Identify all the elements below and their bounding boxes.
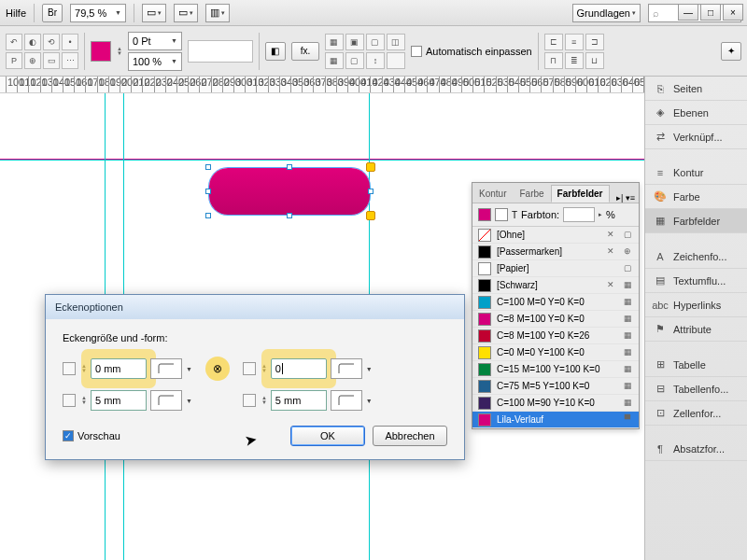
rail-item-tabellenfo[interactable]: ⊟Tabellenfo... bbox=[645, 377, 747, 401]
type-icon: ⊕ bbox=[622, 246, 633, 258]
rail-item-textumflu[interactable]: ▤Textumflu... bbox=[645, 269, 747, 293]
corner-br-toggle[interactable] bbox=[243, 394, 256, 407]
type-icon: ▦ bbox=[622, 314, 633, 325]
current-fill-icon[interactable] bbox=[478, 208, 491, 221]
opacity-field[interactable]: 100 %▼ bbox=[128, 52, 182, 71]
swatch-row[interactable]: [Ohne]✕▢ bbox=[472, 227, 639, 244]
swatch-row[interactable]: C=8 M=100 Y=0 K=26▦ bbox=[472, 328, 639, 344]
dialog-title: Eckenoptionen bbox=[46, 295, 464, 319]
align-grid[interactable]: ⊏≡⊐ ⊓≣⊔ bbox=[544, 34, 604, 69]
swatch-row[interactable]: C=100 M=90 Y=10 K=0▦ bbox=[472, 395, 639, 412]
rail-icon: ▤ bbox=[653, 273, 668, 288]
swatch-color-icon bbox=[478, 229, 491, 242]
rail-item-zeichenfo[interactable]: AZeichenfo... bbox=[645, 245, 747, 269]
panel-tab-farbfelder[interactable]: Farbfelder bbox=[551, 185, 610, 203]
type-icon: ▀ bbox=[622, 414, 633, 426]
swatch-color-icon bbox=[478, 380, 491, 393]
rail-item-farbe[interactable]: 🎨Farbe bbox=[645, 185, 747, 209]
rail-item-hyperlinks[interactable]: abcHyperlinks bbox=[645, 293, 747, 317]
rail-item-farbfelder[interactable]: ▦Farbfelder bbox=[645, 209, 747, 233]
current-stroke-icon[interactable] bbox=[495, 208, 508, 221]
rail-item-zellenfor[interactable]: ⊡Zellenfor... bbox=[645, 401, 747, 426]
rail-icon: abc bbox=[653, 298, 668, 313]
horizontal-ruler: 1001101201301401501601701801902002102202… bbox=[0, 77, 747, 93]
corner-bl-field[interactable]: 5 mm bbox=[91, 390, 147, 411]
tint-label: Farbton: bbox=[521, 209, 559, 220]
tint-field[interactable] bbox=[563, 207, 595, 222]
swatch-row[interactable]: [Schwarz]✕▦ bbox=[472, 277, 639, 294]
fx-button[interactable]: fx. bbox=[291, 42, 319, 61]
rail-item-verknpf[interactable]: ⇄Verknüpf... bbox=[645, 125, 747, 149]
quick-apply-icon[interactable]: ✦ bbox=[721, 42, 741, 61]
window-close[interactable]: × bbox=[723, 4, 743, 21]
view-options-3[interactable]: ▥▾ bbox=[205, 4, 230, 22]
swatch-row[interactable]: C=8 M=100 Y=0 K=0▦ bbox=[472, 311, 639, 328]
corner-tl-field[interactable]: 0 mm bbox=[91, 358, 147, 379]
rail-item-kontur[interactable]: ≡Kontur bbox=[645, 161, 747, 185]
panel-tab-kontur[interactable]: Kontur bbox=[472, 185, 513, 203]
corner-bl-shape[interactable] bbox=[150, 390, 182, 411]
auto-fit-checkbox[interactable]: Automatisch einpassen bbox=[411, 46, 532, 57]
cancel-button[interactable]: Abbrechen bbox=[373, 426, 447, 446]
stroke-weight-field[interactable]: 0 Pt▼ bbox=[128, 32, 182, 50]
corner-tl-toggle[interactable] bbox=[63, 362, 76, 375]
swatch-row[interactable]: C=15 M=100 Y=100 K=0▦ bbox=[472, 361, 639, 378]
corner-tr-field[interactable]: 0 bbox=[271, 358, 327, 379]
type-icon: ▢ bbox=[622, 230, 633, 241]
swatch-color-icon bbox=[478, 346, 491, 359]
selected-rectangle[interactable] bbox=[209, 168, 370, 215]
rail-item-absatzfor[interactable]: ¶Absatzfor... bbox=[645, 437, 747, 461]
type-icon: ▦ bbox=[622, 381, 633, 392]
zoom-field[interactable]: 79,5 %▼ bbox=[70, 4, 126, 22]
swatch-row[interactable]: C=0 M=0 Y=100 K=0▦ bbox=[472, 344, 639, 361]
rail-item-tabelle[interactable]: ⊞Tabelle bbox=[645, 353, 747, 377]
swatch-row[interactable]: C=75 M=5 Y=100 K=0▦ bbox=[472, 378, 639, 395]
panel-tab-farbe[interactable]: Farbe bbox=[513, 185, 550, 203]
corner-br-shape[interactable] bbox=[331, 390, 362, 411]
swatch-color-icon bbox=[478, 296, 491, 309]
rail-item-ebenen[interactable]: ◈Ebenen bbox=[645, 101, 747, 125]
search-icon: ⌕ bbox=[653, 7, 659, 19]
link-corners-icon[interactable]: ⊗ bbox=[205, 357, 230, 381]
rail-icon: ◈ bbox=[653, 105, 668, 120]
lock-icon: ✕ bbox=[605, 280, 616, 291]
corner-tr-shape[interactable] bbox=[331, 358, 362, 379]
swatch-color-icon bbox=[478, 313, 491, 326]
rail-icon: 🎨 bbox=[653, 189, 668, 204]
transform-ref-grid[interactable]: ↶◐⟲• P⊕▭⋯ bbox=[6, 34, 78, 69]
rail-icon: ▦ bbox=[653, 214, 668, 229]
window-maximize[interactable]: □ bbox=[700, 4, 721, 21]
corner-tr-toggle[interactable] bbox=[243, 362, 256, 375]
panel-rail: ⎘Seiten◈Ebenen⇄Verknüpf...≡Kontur🎨Farbe▦… bbox=[644, 77, 747, 560]
fill-swatch[interactable] bbox=[91, 41, 111, 62]
rail-item-attribute[interactable]: ⚑Attribute bbox=[645, 317, 747, 342]
swatch-row[interactable]: C=100 M=0 Y=0 K=0▦ bbox=[472, 294, 639, 311]
corner-tl-shape[interactable] bbox=[150, 358, 182, 379]
ok-button[interactable]: OK bbox=[290, 426, 365, 446]
swatch-row[interactable]: [Passermarken]✕⊕ bbox=[472, 244, 639, 260]
rail-icon: ⊞ bbox=[653, 357, 668, 372]
frame-fit-grid[interactable]: ▦▣▢◫ ▦▢↕ bbox=[325, 34, 405, 69]
rail-item-seiten[interactable]: ⎘Seiten bbox=[645, 77, 747, 101]
stroke-style-dropdown[interactable] bbox=[188, 40, 253, 63]
preview-checkbox[interactable]: ✓ Vorschau bbox=[63, 430, 120, 441]
menu-help[interactable]: Hilfe bbox=[6, 7, 26, 19]
window-minimize[interactable]: — bbox=[678, 4, 698, 21]
workspace-switcher[interactable]: Grundlagen ▾ bbox=[572, 4, 641, 22]
type-icon: ▦ bbox=[622, 297, 633, 308]
corner-br-field[interactable]: 5 mm bbox=[271, 390, 327, 411]
type-icon: ▦ bbox=[622, 347, 633, 358]
swatch-row[interactable]: [Papier]▢ bbox=[472, 260, 639, 277]
corner-options-icon[interactable]: ◧ bbox=[265, 42, 286, 61]
view-options-1[interactable]: ▭▾ bbox=[142, 4, 166, 22]
swatch-row[interactable]: Lila-Verlauf▀ bbox=[472, 412, 639, 428]
corner-bl-toggle[interactable] bbox=[63, 394, 76, 407]
type-icon: ▢ bbox=[622, 263, 633, 274]
bridge-button[interactable]: Br bbox=[42, 4, 63, 22]
rail-icon: ⊡ bbox=[653, 406, 668, 421]
group-label: Eckengröße und -form: bbox=[63, 332, 447, 343]
type-icon: ▦ bbox=[622, 364, 633, 375]
view-options-2[interactable]: ▭▾ bbox=[174, 4, 198, 22]
swap-colors-icon[interactable]: ▲▼ bbox=[117, 47, 122, 56]
swatches-panel[interactable]: KonturFarbeFarbfelder▸| ▾≡ T Farbton: ▸ … bbox=[472, 182, 640, 429]
